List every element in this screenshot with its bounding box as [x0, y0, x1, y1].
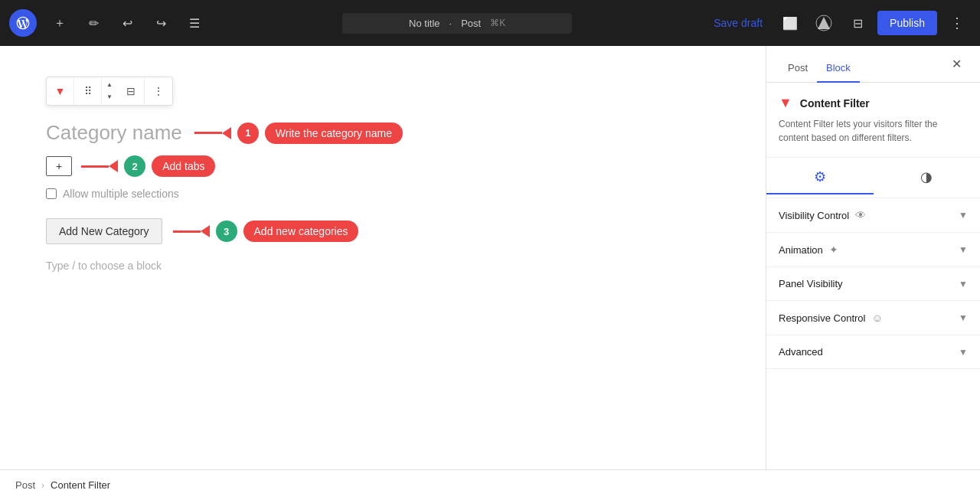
- badge-2: 2: [124, 155, 145, 177]
- allow-multiple-checkbox[interactable]: [46, 188, 57, 199]
- undo-button[interactable]: ↩: [113, 9, 141, 37]
- accordion-label-visibility: Visibility Control: [779, 210, 849, 221]
- content-filter-title: Content Filter: [800, 97, 870, 109]
- accordion-left-animation: Animation ✦: [779, 243, 838, 256]
- top-bar: ＋ ✏ ↩ ↪ ☰ No title · Post ⌘K Save draft …: [0, 0, 980, 46]
- accordion-header-advanced[interactable]: Advanced ▼: [766, 335, 980, 368]
- accordion-header-panel-visibility[interactable]: Panel Visibility ▼: [766, 267, 980, 300]
- annotation-label-3: Add new categories: [243, 221, 359, 242]
- sidebar-close-button[interactable]: ✕: [946, 51, 968, 77]
- add-tab-button[interactable]: +: [46, 156, 72, 176]
- post-type: Post: [461, 18, 481, 29]
- align-button[interactable]: ⊟: [117, 77, 145, 105]
- title-area: No title · Post ⌘K: [214, 13, 700, 34]
- accordion-left-panel: Panel Visibility: [779, 278, 843, 289]
- post-title: No title: [409, 18, 439, 29]
- wp-logo[interactable]: [9, 9, 37, 37]
- visibility-icon: 👁: [855, 209, 866, 221]
- chevron-down-icon-4: ▼: [959, 312, 968, 323]
- arrow-3: [173, 225, 210, 237]
- tab-post[interactable]: Post: [779, 54, 817, 83]
- accordion-header-visibility[interactable]: Visibility Control 👁 ▼: [766, 198, 980, 232]
- list-view-button[interactable]: ☰: [181, 9, 208, 37]
- breadcrumb-bar: Post › Content Filter: [0, 469, 980, 500]
- sidebar: Post Block ✕ ▼ Content Filter Content Fi…: [766, 46, 980, 469]
- keyboard-shortcut: ⌘K: [490, 18, 505, 28]
- content-filter-icon: ▼: [779, 95, 792, 111]
- category-name-text: Category name: [46, 121, 182, 145]
- chevron-down-icon-2: ▼: [959, 244, 968, 255]
- sidebar-tabs: Post Block ✕: [766, 46, 980, 83]
- arrow-1: [194, 127, 231, 139]
- stepper-down-button[interactable]: ▼: [102, 91, 117, 103]
- avatar-button[interactable]: [810, 9, 838, 37]
- chevron-down-icon-3: ▼: [959, 279, 968, 289]
- checkbox-row: Allow multiple selections: [46, 188, 720, 200]
- allow-multiple-label: Allow multiple selections: [63, 188, 179, 200]
- settings-gear-button[interactable]: ⚙: [766, 161, 874, 194]
- view-button[interactable]: ⬜: [776, 9, 804, 37]
- responsive-icon: ☺: [871, 312, 882, 324]
- breadcrumb-current: Content Filter: [51, 479, 110, 491]
- accordion-responsive-control: Responsive Control ☺ ▼: [766, 301, 980, 335]
- edit-button[interactable]: ✏: [80, 9, 107, 37]
- accordion-left-visibility: Visibility Control 👁: [779, 209, 866, 221]
- content-filter-desc: Content Filter lets your visitors filter…: [779, 117, 968, 145]
- annotation-3-container: 3 Add new categories: [173, 221, 359, 242]
- accordion-label-animation: Animation: [779, 244, 823, 256]
- tab-block[interactable]: Block: [817, 54, 860, 83]
- annotation-1-container: 1 Write the category name: [194, 123, 403, 144]
- content-filter-info: ▼ Content Filter Content Filter lets you…: [766, 83, 980, 158]
- accordion-label-advanced: Advanced: [779, 346, 823, 358]
- animation-icon: ✦: [829, 243, 838, 256]
- accordion-label-responsive: Responsive Control: [779, 312, 865, 324]
- main-layout: ▼ ⠿ ▲ ▼ ⊟ ⋮ Category name 1 Write the ca…: [0, 46, 980, 469]
- accordion-header-responsive[interactable]: Responsive Control ☺ ▼: [766, 301, 980, 335]
- stepper-up-button[interactable]: ▲: [102, 79, 117, 91]
- badge-1: 1: [237, 123, 259, 144]
- accordion-left-advanced: Advanced: [779, 346, 823, 358]
- publish-button[interactable]: Publish: [877, 11, 937, 35]
- annotation-2-container: 2 Add tabs: [81, 155, 215, 177]
- drag-handle-button[interactable]: ⠿: [74, 77, 102, 105]
- accordion-header-animation[interactable]: Animation ✦ ▼: [766, 233, 980, 266]
- accordion-left-responsive: Responsive Control ☺: [779, 312, 883, 324]
- arrow-2: [81, 160, 118, 172]
- editor-area: ▼ ⠿ ▲ ▼ ⊟ ⋮ Category name 1 Write the ca…: [0, 46, 766, 469]
- redo-button[interactable]: ↪: [147, 9, 175, 37]
- more-block-options-button[interactable]: ⋮: [145, 77, 172, 105]
- annotation-label-1: Write the category name: [265, 123, 403, 144]
- stepper: ▲ ▼: [102, 79, 117, 103]
- badge-3: 3: [216, 221, 237, 242]
- settings-icons-row: ⚙ ◑: [766, 158, 980, 198]
- title-pill[interactable]: No title · Post ⌘K: [342, 13, 572, 34]
- breadcrumb-parent[interactable]: Post: [15, 479, 35, 491]
- accordion-visibility-control: Visibility Control 👁 ▼: [766, 198, 980, 233]
- add-new-category-button[interactable]: Add New Category: [46, 218, 162, 244]
- annotation-label-2: Add tabs: [152, 155, 215, 177]
- settings-contrast-button[interactable]: ◑: [874, 161, 981, 194]
- cf-header: ▼ Content Filter: [779, 95, 968, 111]
- more-options-button[interactable]: ⋮: [943, 9, 971, 37]
- accordion-advanced: Advanced ▼: [766, 335, 980, 369]
- filter-icon-button[interactable]: ▼: [47, 77, 74, 105]
- save-draft-button[interactable]: Save draft: [706, 12, 770, 34]
- add-tabs-row: + 2 Add tabs: [46, 155, 720, 177]
- post-type-separator: ·: [449, 18, 452, 29]
- block-toolbar: ▼ ⠿ ▲ ▼ ⊟ ⋮: [46, 77, 173, 106]
- accordion-animation: Animation ✦ ▼: [766, 233, 980, 267]
- add-new-category-row: Add New Category 3 Add new categories: [46, 218, 720, 244]
- type-hint: Type / to choose a block: [46, 260, 720, 272]
- accordion-label-panel-visibility: Panel Visibility: [779, 278, 843, 289]
- layout-button[interactable]: ⊟: [844, 9, 871, 37]
- right-actions: Save draft ⬜ ⊟ Publish ⋮: [706, 9, 971, 37]
- breadcrumb-separator: ›: [41, 480, 44, 491]
- accordion-panel-visibility: Panel Visibility ▼: [766, 267, 980, 301]
- chevron-down-icon: ▼: [959, 210, 968, 221]
- add-block-button[interactable]: ＋: [46, 9, 74, 37]
- category-name-row: Category name 1 Write the category name: [46, 121, 720, 145]
- chevron-down-icon-5: ▼: [959, 347, 968, 358]
